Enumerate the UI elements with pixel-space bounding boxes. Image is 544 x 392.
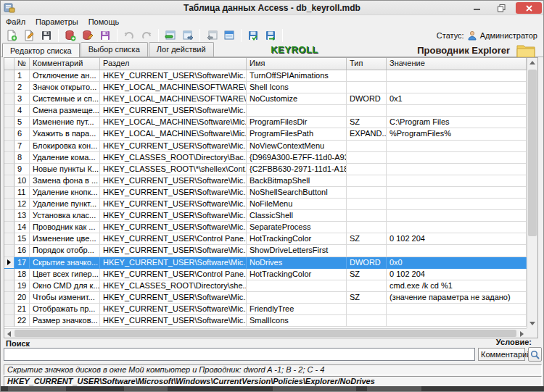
row-selector[interactable] xyxy=(4,70,15,82)
header-num[interactable]: № xyxy=(15,58,30,70)
cell-value[interactable] xyxy=(387,199,527,210)
menu-options[interactable]: Параметры xyxy=(30,17,83,27)
close-button[interactable] xyxy=(516,2,542,14)
cell-comment[interactable]: Изменение пут... xyxy=(30,117,100,128)
cell-value[interactable] xyxy=(387,222,527,233)
cell-type[interactable]: DWORD xyxy=(347,257,387,269)
cell-comment[interactable]: Изменение цве... xyxy=(30,233,100,245)
cell-name[interactable]: {D969A300-E7FF-11d0-A93... xyxy=(247,152,347,164)
cell-value[interactable]: 0x0 xyxy=(387,257,527,269)
cell-section[interactable]: HKEY_CURRENT_USER\Software\Mic... xyxy=(100,141,247,152)
condition-select[interactable]: Комментарий xyxy=(478,348,525,361)
redo-button[interactable] xyxy=(138,28,155,43)
remove-row-button[interactable] xyxy=(162,28,179,43)
cell-type[interactable] xyxy=(347,199,387,210)
cell-section[interactable]: HKEY_CLASSES_ROOT\Directory\Bac... xyxy=(100,152,247,164)
cell-type[interactable] xyxy=(347,222,387,233)
table-row[interactable]: 18Цвет всех гипер...HKEY_CURRENT_USER\Co… xyxy=(4,269,527,280)
db-edit-button[interactable] xyxy=(79,28,96,43)
cell-comment[interactable]: Отключение ан... xyxy=(30,70,100,82)
table-row[interactable]: 19Окно CMD для к...HKEY_CLASSES_ROOT\Dir… xyxy=(4,280,527,292)
row-selector[interactable] xyxy=(4,222,15,233)
cell-type[interactable]: SZ xyxy=(347,269,387,280)
cell-name[interactable]: NoFileMenu xyxy=(247,199,347,210)
cell-comment[interactable]: Цвет всех гипер... xyxy=(30,269,100,280)
cell-section[interactable]: HKEY_CURRENT_USER\Control Pane... xyxy=(100,269,247,280)
edit-file-button[interactable] xyxy=(20,28,38,43)
restore-button[interactable] xyxy=(491,2,513,14)
cell-name[interactable]: ProgramFilesPath xyxy=(247,128,347,140)
table-row[interactable]: 4Смена размеще...HKEY_CURRENT_USER\Softw… xyxy=(4,105,527,117)
undo-button[interactable] xyxy=(120,28,138,43)
cell-comment[interactable]: Порядок отобр... xyxy=(30,245,100,257)
cell-comment[interactable]: Скрытие значко... xyxy=(30,257,100,269)
cell-num[interactable]: 6 xyxy=(15,128,30,140)
row-selector[interactable] xyxy=(4,315,15,327)
cell-comment[interactable]: Новые пункты К... xyxy=(30,164,100,175)
row-selector[interactable] xyxy=(4,280,15,292)
cell-comment[interactable]: Смена размеще... xyxy=(30,105,100,117)
row-selector[interactable] xyxy=(4,93,15,105)
cell-type[interactable]: SZ xyxy=(347,117,387,128)
cell-num[interactable]: 14 xyxy=(15,222,30,233)
scroll-left-icon[interactable] xyxy=(4,329,14,338)
cell-comment[interactable]: Удаление кнопк... xyxy=(30,187,100,199)
table-row[interactable]: 2Значок открыто...HKEY_LOCAL_MACHINE\SOF… xyxy=(4,82,527,93)
row-selector[interactable] xyxy=(4,245,15,257)
cell-value[interactable] xyxy=(387,82,527,93)
cell-type[interactable] xyxy=(347,141,387,152)
cell-comment[interactable]: Окно CMD для к... xyxy=(30,280,100,292)
header-section[interactable]: Раздел xyxy=(100,58,247,70)
table-row[interactable]: 13Установка клас...HKEY_CURRENT_USER\Sof… xyxy=(4,210,527,222)
row-selector[interactable] xyxy=(4,199,15,210)
cell-comment[interactable]: Значок открыто... xyxy=(30,82,100,93)
cell-name[interactable]: TurnOffSPIAnimations xyxy=(247,70,347,82)
cell-type[interactable]: DWORD xyxy=(347,93,387,105)
row-selector[interactable] xyxy=(4,141,15,152)
cell-num[interactable]: 1 xyxy=(15,70,30,82)
cell-name[interactable]: ShowDriveLettersFirst xyxy=(247,245,347,257)
cell-section[interactable]: HKEY_CURRENT_USER\Software\Mic... xyxy=(100,175,247,187)
row-selector[interactable] xyxy=(4,82,15,93)
cell-num[interactable]: 7 xyxy=(15,141,30,152)
search-input[interactable] xyxy=(4,348,475,361)
cell-name[interactable]: ProgramFilesDir xyxy=(247,117,347,128)
cell-num[interactable]: 21 xyxy=(15,304,30,315)
cell-section[interactable]: HKEY_LOCAL_MACHINE\Software\Mic... xyxy=(100,128,247,140)
cell-comment[interactable]: Замена фона в ... xyxy=(30,175,100,187)
cell-name[interactable]: FriendlyTree xyxy=(247,304,347,315)
cell-name[interactable]: SeparateProcess xyxy=(247,222,347,233)
cell-name[interactable]: SmallIcons xyxy=(247,315,347,327)
row-selector[interactable] xyxy=(4,164,15,175)
tab-action-log[interactable]: Лог действий xyxy=(149,42,214,57)
db-add-button[interactable] xyxy=(62,28,79,43)
cell-comment[interactable]: Отображать пр... xyxy=(30,304,100,315)
cell-name[interactable] xyxy=(247,280,347,292)
cell-name[interactable]: NoCustomize xyxy=(247,93,347,105)
row-selector[interactable] xyxy=(4,210,15,222)
table-row[interactable]: 9Новые пункты К...HKEY_CLASSES_ROOT\*\sh… xyxy=(4,164,527,175)
table-row[interactable]: 21Отображать пр...HKEY_CURRENT_USER\Soft… xyxy=(4,304,527,315)
cell-value[interactable]: 0x1 xyxy=(387,93,527,105)
cell-num[interactable]: 9 xyxy=(15,164,30,175)
cell-section[interactable]: HKEY_CURRENT_USER\Software\Mic... xyxy=(100,222,247,233)
cell-comment[interactable]: Укажить в пара... xyxy=(30,128,100,140)
cell-value[interactable] xyxy=(387,175,527,187)
table-row[interactable]: 16Порядок отобр...HKEY_CURRENT_USER\Soft… xyxy=(4,245,527,257)
cell-type[interactable] xyxy=(347,105,387,117)
cell-value[interactable]: (значение параметра не задано) xyxy=(387,292,527,304)
cell-comment[interactable]: Установка клас... xyxy=(30,210,100,222)
cell-section[interactable]: HKEY_CURRENT_USER\Software\Mic... xyxy=(100,292,247,304)
scroll-down-icon[interactable] xyxy=(527,319,537,328)
save-file-button[interactable] xyxy=(38,28,55,43)
cell-section[interactable]: HKEY_CURRENT_USER\Control Pane... xyxy=(100,233,247,245)
header-value[interactable]: Значение xyxy=(387,58,527,70)
cell-section[interactable]: HKEY_CURRENT_USER\Software\Mic... xyxy=(100,105,247,117)
row-selector[interactable] xyxy=(4,152,15,164)
cell-num[interactable]: 17 xyxy=(15,257,30,269)
cell-section[interactable]: HKEY_LOCAL_MACHINE\SOFTWARE\... xyxy=(100,93,247,105)
cell-value[interactable] xyxy=(387,304,527,315)
cell-value[interactable] xyxy=(387,210,527,222)
cell-value[interactable]: 0 102 204 xyxy=(387,233,527,245)
cell-section[interactable]: HKEY_CURRENT_USER\Software\Mic... xyxy=(100,257,247,269)
